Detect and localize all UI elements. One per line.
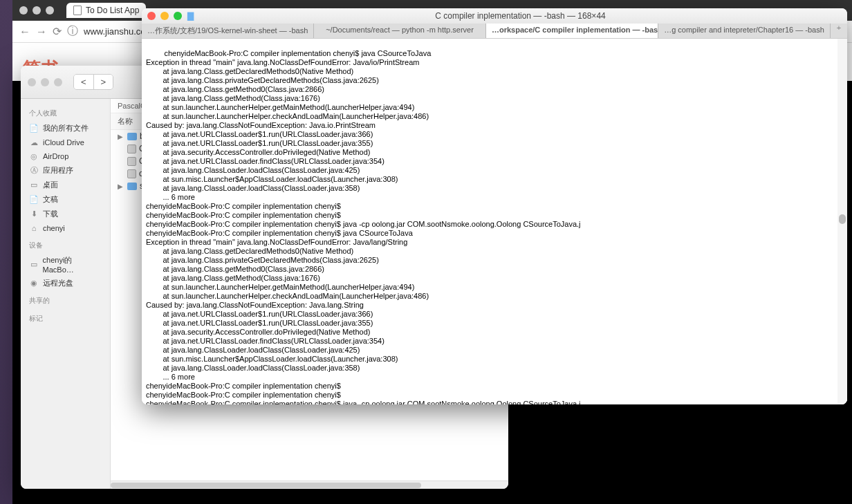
sidebar-item[interactable]: ☁iCloud Drive [21, 136, 110, 149]
browser-tab[interactable]: To Do List App [66, 3, 146, 18]
finder-traffic-lights [28, 78, 62, 86]
maximize-icon[interactable] [54, 78, 62, 86]
sidebar-item-label: 我的所有文件 [43, 123, 89, 133]
sidebar-item[interactable]: ◎AirDrop [21, 149, 110, 163]
terminal-titlebar: ▇ C compiler inplementation — -bash — 16… [142, 8, 847, 24]
finder-nav-buttons: < > [73, 74, 113, 90]
disk-icon [127, 144, 136, 153]
sidebar-item-label: AirDrop [43, 152, 68, 160]
disk-icon [127, 169, 136, 178]
disclosure-icon[interactable]: ▶ [118, 183, 124, 190]
terminal-tabs: …作系统/文档/19/OS-kernel-win-sheet — -bash~/… [142, 24, 847, 39]
disclosure-icon[interactable]: ▶ [118, 133, 124, 140]
info-icon[interactable]: ⓘ [67, 24, 78, 39]
sidebar-section-header: 共享的 [21, 293, 110, 308]
sidebar-section-header: 标记 [21, 311, 110, 326]
sidebar-item[interactable]: Ⓐ应用程序 [21, 163, 110, 178]
minimize-icon[interactable] [33, 6, 41, 15]
sidebar-item-icon: ☁ [29, 138, 39, 147]
terminal-tab[interactable]: …作系统/文档/19/OS-kernel-win-sheet — -bash [142, 24, 314, 38]
sidebar-section-header: 设备 [21, 238, 110, 253]
scrollbar-thumb[interactable] [111, 483, 421, 488]
close-icon[interactable] [147, 12, 156, 20]
sidebar-item-label: 文稿 [43, 194, 58, 205]
folder-icon [127, 133, 137, 140]
terminal-tab[interactable]: …orkspace/C compiler inplementation — -b… [486, 24, 658, 38]
sidebar-item-icon: 📄 [29, 124, 39, 133]
terminal-tab[interactable]: …g compiler and intepreter/Chapter16 — -… [658, 24, 831, 38]
minimize-icon[interactable] [41, 78, 49, 86]
sidebar-item-icon: ⬇ [29, 209, 39, 219]
folder-icon: ▇ [187, 11, 194, 21]
sidebar-item-icon: ◎ [29, 151, 39, 161]
back-button[interactable]: < [74, 75, 94, 89]
horizontal-scrollbar[interactable] [111, 480, 508, 489]
terminal-window: ▇ C compiler inplementation — -bash — 16… [142, 8, 847, 404]
document-icon [73, 6, 82, 15]
sidebar-item-icon: 📄 [29, 195, 39, 205]
sidebar-item[interactable]: ▭桌面 [21, 178, 110, 192]
sidebar-item-label: 下载 [43, 209, 58, 219]
close-icon[interactable] [28, 78, 36, 86]
forward-button[interactable]: > [94, 75, 113, 89]
vertical-scrollbar[interactable] [837, 39, 847, 404]
sidebar-item-label: 应用程序 [43, 165, 73, 176]
browser-traffic-lights [19, 6, 54, 15]
sidebar-item-icon: Ⓐ [29, 166, 39, 176]
sidebar-item-icon: ▭ [29, 180, 39, 190]
sidebar-item[interactable]: ⬇下载 [21, 207, 110, 221]
reload-icon[interactable]: ⟳ [53, 25, 62, 38]
sidebar-item[interactable]: ⌂chenyi [21, 221, 110, 235]
add-tab-button[interactable]: + [831, 24, 847, 38]
maximize-icon[interactable] [46, 6, 54, 15]
terminal-output: chenyideMacBook-Pro:C compiler inplement… [146, 49, 581, 404]
close-icon[interactable] [19, 6, 28, 15]
sidebar-item-icon: ⌂ [29, 223, 39, 233]
maximize-icon[interactable] [174, 12, 182, 20]
sidebar-item[interactable]: 📄我的所有文件 [21, 121, 110, 136]
browser-tab-title: To Do List App [86, 6, 139, 15]
folder-icon [127, 183, 137, 190]
disk-icon [127, 157, 136, 166]
back-icon[interactable]: ← [19, 26, 30, 38]
sidebar-section-header: 个人收藏 [21, 106, 110, 121]
terminal-title: C compiler inplementation — -bash — 168×… [199, 11, 842, 21]
column-name-header: 名称 [118, 116, 133, 127]
sidebar-item-icon: ▭ [29, 260, 39, 270]
terminal-tab[interactable]: ~/Documents/react — python -m http.serve… [314, 24, 486, 38]
terminal-content[interactable]: chenyideMacBook-Pro:C compiler inplement… [142, 39, 847, 404]
sidebar-item-label: 桌面 [43, 180, 58, 190]
minimize-icon[interactable] [160, 12, 169, 20]
scrollbar-thumb[interactable] [839, 214, 846, 224]
sidebar-item[interactable]: ◉远程光盘 [21, 276, 110, 290]
sidebar-item-label: iCloud Drive [43, 138, 84, 147]
sidebar-item-label: chenyi [43, 224, 65, 232]
terminal-traffic-lights [147, 12, 182, 20]
finder-sidebar: 个人收藏📄我的所有文件☁iCloud Drive◎AirDropⒶ应用程序▭桌面… [21, 99, 111, 489]
sidebar-item-label: 远程光盘 [43, 278, 73, 288]
sidebar-item[interactable]: 📄文稿 [21, 192, 110, 207]
forward-icon[interactable]: → [36, 26, 47, 38]
sidebar-item[interactable]: ▭chenyi的MacBo… [21, 253, 110, 276]
sidebar-item-label: chenyi的MacBo… [43, 255, 102, 274]
sidebar-item-icon: ◉ [29, 279, 39, 288]
